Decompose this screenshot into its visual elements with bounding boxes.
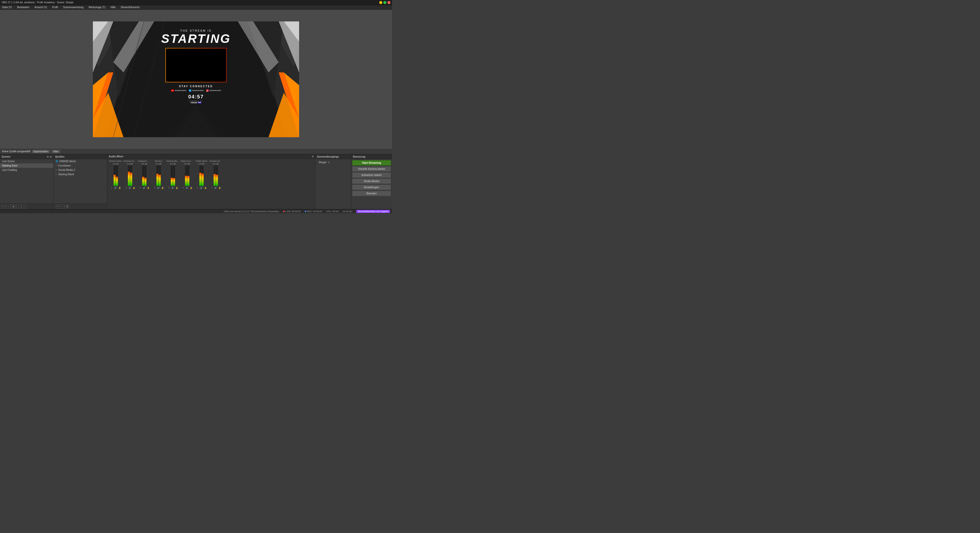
transition-gear-icon[interactable]: ⚙ [328, 161, 330, 164]
audio-ch5-lock-btn[interactable]: 🔒 [175, 186, 179, 189]
menu-hilfe[interactable]: Hilfe [110, 6, 117, 9]
filter-button[interactable]: Filter [52, 150, 60, 153]
social-instagram: ◉ streamername [206, 89, 221, 92]
menu-datei[interactable]: Datei (F) [1, 6, 13, 9]
source-item-blank[interactable]: ▷ Starting Blank [54, 172, 107, 176]
audio-ch1-mute-btn[interactable]: 🔊 [114, 186, 118, 189]
start-streaming-button[interactable]: Start Streaming [352, 160, 391, 165]
scenes-panel-actions: ⚙ ⊞ [47, 155, 52, 158]
menu-werkzeuge[interactable]: Werkzeuge (T) [88, 6, 107, 9]
source-image-icon: ▷ [56, 173, 57, 176]
audio-ch5-fill-l [171, 178, 173, 186]
live-status: LIVE: 00:00:00 [283, 210, 301, 213]
audio-ch7-mute-btn[interactable]: 🔊 [200, 186, 203, 189]
scene-up-button[interactable]: ↑ [16, 205, 21, 209]
studio-mode-button[interactable]: Studio-Modus [352, 179, 391, 184]
audio-ch4-controls: ⚙ 🔊 🔒 [153, 186, 164, 189]
audio-ch2-mute-btn[interactable]: 🔊 [128, 186, 132, 189]
source-add-button[interactable]: + [55, 205, 59, 209]
audio-ch3-bar-r [145, 165, 146, 186]
scene-add-button[interactable]: + [1, 205, 6, 209]
audio-ch8-lock-btn[interactable]: 🔒 [218, 186, 221, 189]
audio-ch8-mute-btn[interactable]: 🔊 [214, 186, 218, 189]
stream-content: THE STREAM IS STARTING STAY CONNECTED ▶ … [93, 21, 299, 137]
audio-ch8-bar-r [216, 165, 218, 186]
audio-ch4-bar-l [156, 165, 159, 186]
audio-ch2-lock-btn[interactable]: 🔒 [132, 186, 136, 189]
source-item-alerts[interactable]: 🌐 OWN3D Alerts [54, 159, 107, 163]
audio-ch6-lock-btn[interactable]: 🔒 [189, 186, 193, 189]
audio-ch1-settings-btn[interactable]: ⚙ [110, 186, 113, 189]
audio-ch6-bar-r [187, 165, 189, 186]
main-area: THE STREAM IS STARTING STAY CONNECTED ▶ … [0, 10, 392, 213]
audio-ch1-lock-btn[interactable]: 🔒 [118, 186, 121, 189]
audio-ch3-settings-btn[interactable]: ⚙ [138, 186, 142, 189]
social-youtube: ▶ streamername [171, 89, 186, 92]
audio-channel-stayconnected: StayConnected.. 0.0 dB ⚙ 🔊 [181, 160, 193, 208]
audio-ch5-bar-l [171, 165, 173, 186]
sources-panel: Quellen 🌐 OWN3D Alerts T Countdown ▷ Soc… [54, 155, 107, 209]
menu-bearbeiten[interactable]: Bearbeiten [16, 6, 30, 9]
scene-down-button[interactable]: ↓ [21, 205, 26, 209]
audio-mixer: Bordes.webm 0.0 dB ⚙ 🔊 [107, 159, 315, 209]
audio-settings-icon[interactable]: ⚙ [312, 155, 313, 158]
audio-ch3-mute-btn[interactable]: 🔊 [142, 186, 146, 189]
audio-ch7-lock-btn[interactable]: 🔒 [204, 186, 207, 189]
scene-remove-button[interactable]: − [6, 205, 11, 209]
audio-ch5-mute-btn[interactable]: 🔊 [171, 186, 175, 189]
menu-szenensammlung[interactable]: Szenensammlung [62, 6, 84, 9]
audio-ch6-settings-btn[interactable]: ⚙ [181, 186, 185, 189]
streamelements-link[interactable]: StreamElements Live Support [356, 210, 390, 213]
audio-panel: Audio-Mixer ⚙ Bordes.webm 0.0 dB [107, 155, 315, 209]
minimize-button[interactable] [379, 1, 382, 4]
controls-panel-title: Steuerung [353, 155, 365, 158]
scene-settings-button[interactable]: ⚙ [11, 205, 16, 209]
scene-footer: + − ⚙ ↑ ↓ [0, 203, 53, 209]
no-source-label: Keine Quelle ausgewählt [2, 150, 30, 153]
scene-item-starting[interactable]: Starting Soon [0, 163, 53, 168]
menu-streamelements[interactable]: StreamElements [120, 6, 141, 9]
menu-profil[interactable]: Profil [51, 6, 59, 9]
menu-ansicht[interactable]: Ansicht (V) [33, 6, 48, 9]
audio-ch6-mute-btn[interactable]: 🔊 [185, 186, 189, 189]
audio-ch4-lock-btn[interactable]: 🔒 [161, 186, 164, 189]
scenes-filter-icon[interactable]: ⊞ [50, 155, 52, 158]
source-toolbar: Keine Quelle ausgewählt Eigenschaften Fi… [0, 149, 392, 154]
scene-item-live[interactable]: Live Scene [0, 159, 53, 163]
audio-ch8-db: 0.0 dB [213, 163, 218, 165]
close-button[interactable] [387, 1, 390, 4]
own3d-logo: OWN3D PRO [191, 102, 202, 103]
audio-ch4-settings-btn[interactable]: ⚙ [153, 186, 156, 189]
audio-ch3-bar-l [142, 165, 144, 186]
audio-ch2-name: Desktop-Audio [124, 160, 136, 162]
settings-button[interactable]: Einstellungen [352, 185, 391, 190]
rec-time: REC: 00:00:00 [307, 210, 322, 213]
stream-background: THE STREAM IS STARTING STAY CONNECTED ▶ … [93, 21, 299, 137]
audio-ch4-mute-btn[interactable]: 🔊 [157, 186, 160, 189]
audio-ch7-settings-btn[interactable]: ⚙ [196, 186, 199, 189]
audio-ch8-settings-btn[interactable]: ⚙ [210, 186, 213, 189]
source-item-countdown[interactable]: T Countdown [54, 163, 107, 168]
start-recording-button[interactable]: Aufnahme starten [352, 172, 391, 178]
audio-ch6-db: 0.0 dB [184, 163, 190, 165]
live-dot [283, 211, 285, 212]
scene-item-chatting[interactable]: Just Chatting [0, 168, 53, 172]
source-item-social[interactable]: ▷ Social Media 2 [54, 168, 107, 172]
properties-button[interactable]: Eigenschaften [32, 150, 50, 153]
exit-button[interactable]: Beenden [352, 191, 391, 196]
transition-name: Stinger [318, 161, 327, 164]
audio-ch2-fill-r [130, 173, 132, 186]
sources-panel-header: Quellen [54, 155, 107, 159]
audio-ch5-settings-btn[interactable]: ⚙ [167, 186, 170, 189]
transition-stinger[interactable]: Stinger ⚙ [317, 160, 350, 165]
audio-ch3-lock-btn[interactable]: 🔒 [146, 186, 150, 189]
virtual-camera-button[interactable]: Virtuelle Kamera starten [352, 166, 391, 171]
audio-ch2-settings-btn[interactable]: ⚙ [124, 186, 127, 189]
scenes-settings-icon[interactable]: ⚙ [47, 155, 49, 158]
maximize-button[interactable] [383, 1, 387, 4]
source-remove-button[interactable]: − [60, 205, 64, 209]
source-settings-button[interactable]: ⚙ [65, 205, 69, 209]
audio-ch8-fader [213, 165, 218, 186]
panels-row: Szenen ⚙ ⊞ Live Scene Starting Soon Just… [0, 155, 392, 209]
audio-ch4-db: 0.0 dB [156, 163, 161, 165]
